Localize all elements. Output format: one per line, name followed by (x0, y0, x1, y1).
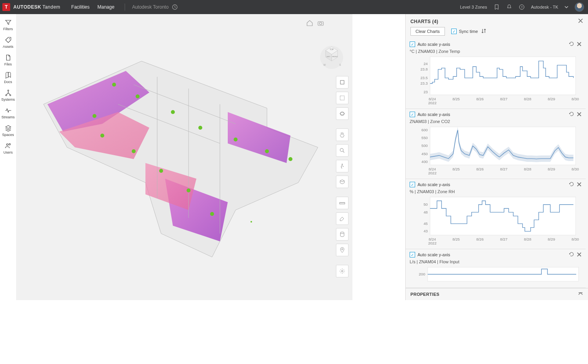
tool-select-window[interactable] (336, 92, 348, 104)
svg-text:8/26: 8/26 (476, 97, 484, 101)
charts-scroll-area[interactable]: ✓Auto scale y-axis°C | ZNAM03 | Zone Tem… (406, 39, 588, 288)
svg-text:?: ? (521, 5, 522, 9)
book-icon (5, 72, 12, 79)
clear-charts-button[interactable]: Clear Charts (410, 27, 445, 36)
expand-up-icon[interactable] (578, 291, 583, 297)
sidebar-item-label: Systems (1, 98, 15, 101)
close-icon[interactable] (577, 252, 582, 258)
autoscale-toggle[interactable]: ✓Auto scale y-axis (410, 42, 450, 47)
svg-text:8/28: 8/28 (524, 167, 532, 171)
reset-icon[interactable] (569, 181, 574, 188)
svg-point-4 (7, 90, 9, 91)
svg-text:FRONT: FRONT (332, 56, 338, 58)
svg-text:8/24: 8/24 (428, 167, 436, 171)
svg-text:8/29: 8/29 (548, 97, 555, 101)
tool-orbit[interactable] (336, 107, 348, 120)
reset-icon[interactable] (569, 41, 574, 47)
close-icon[interactable] (577, 182, 582, 188)
chart-card: ✓Auto scale y-axisZNAM03 | Zone CO240045… (406, 109, 586, 179)
svg-point-8 (9, 143, 10, 145)
sort-icon[interactable] (481, 28, 486, 34)
sidebar-item-assets[interactable]: Assets (0, 34, 16, 52)
bookmark-icon[interactable] (494, 4, 500, 10)
svg-text:23.8: 23.8 (420, 67, 428, 71)
svg-text:8/25: 8/25 (452, 167, 460, 171)
reset-icon[interactable] (569, 111, 574, 118)
chart-title: ZNAM03 | Zone CO2 (410, 119, 582, 124)
brand-main: AUTODESK (13, 4, 41, 10)
svg-point-49 (340, 112, 344, 115)
model-viewport[interactable]: TOP FRONT LEFT W S (16, 14, 352, 300)
tool-settings[interactable] (336, 265, 348, 277)
autoscale-label: Auto scale y-axis (417, 252, 450, 257)
properties-panel-header[interactable]: PROPERTIES (406, 288, 588, 300)
tool-levels[interactable] (336, 228, 348, 241)
autoscale-toggle[interactable]: ✓Auto scale y-axis (410, 252, 450, 257)
close-icon[interactable] (578, 18, 583, 25)
account-name[interactable]: Autodesk - TK (531, 5, 559, 9)
svg-point-32 (210, 212, 214, 216)
svg-text:8/28: 8/28 (524, 97, 532, 101)
svg-rect-71 (430, 127, 576, 165)
sync-time-toggle[interactable]: ✓ Sync time (451, 29, 478, 34)
avatar[interactable] (575, 2, 584, 12)
autoscale-toggle[interactable]: ✓Auto scale y-axis (410, 182, 450, 187)
svg-text:2022: 2022 (428, 171, 436, 175)
svg-text:8/26: 8/26 (476, 237, 484, 241)
file-icon (5, 54, 12, 61)
svg-text:8/28: 8/28 (524, 237, 532, 241)
home-icon[interactable] (306, 20, 313, 27)
checkbox-checked-icon: ✓ (410, 252, 415, 257)
svg-point-31 (187, 188, 191, 192)
app-logo-icon: T (2, 3, 10, 11)
viewcube[interactable]: TOP FRONT LEFT W S (318, 38, 345, 69)
sidebar-item-spaces[interactable]: Spaces (0, 122, 16, 140)
sidebar-item-docs[interactable]: Docs (0, 69, 16, 87)
checkbox-checked-icon: ✓ (410, 112, 415, 117)
svg-text:S: S (339, 63, 341, 66)
tool-appearance[interactable] (336, 212, 348, 225)
tool-pan[interactable] (336, 129, 348, 141)
svg-text:43: 43 (423, 229, 428, 233)
sidebar-item-filters[interactable]: Filters (0, 16, 16, 34)
sidebar-item-systems[interactable]: Systems (0, 87, 16, 105)
tool-section[interactable] (336, 176, 348, 188)
nav-manage[interactable]: Manage (98, 4, 114, 10)
sidebar-item-streams[interactable]: Streams (0, 105, 16, 122)
nav-facilities[interactable]: Facilities (71, 4, 90, 10)
app-header: T AUTODESKTandem Facilities Manage Autod… (0, 0, 588, 14)
camera-icon[interactable] (317, 20, 324, 27)
chart-plot[interactable]: 200 (410, 265, 582, 284)
app-brand: AUTODESKTandem (13, 4, 60, 10)
svg-text:TOP: TOP (330, 49, 334, 51)
close-icon[interactable] (577, 42, 582, 47)
facility-selector[interactable]: Autodesk Toronto (132, 4, 178, 10)
svg-text:8/27: 8/27 (500, 237, 508, 241)
svg-text:2022: 2022 (428, 101, 436, 105)
svg-point-26 (198, 126, 202, 130)
svg-text:8/25: 8/25 (452, 97, 460, 101)
chart-plot[interactable]: 434548508/2420228/258/268/278/288/298/30 (410, 195, 582, 246)
header-divider (125, 4, 125, 11)
breadcrumb-view[interactable]: Level 3 Zones (460, 5, 487, 9)
tool-walk[interactable] (336, 160, 348, 172)
tool-zoom[interactable] (336, 144, 348, 157)
tool-location[interactable] (336, 244, 348, 256)
pulse-icon (5, 107, 12, 114)
autoscale-toggle[interactable]: ✓Auto scale y-axis (410, 112, 450, 117)
sidebar-item-users[interactable]: Users (0, 140, 16, 158)
help-icon[interactable]: ? (519, 4, 525, 10)
svg-point-37 (319, 22, 322, 25)
tool-select-box[interactable] (336, 76, 348, 89)
sidebar-item-label: Assets (3, 45, 13, 49)
chart-plot[interactable]: 2323.323.523.8248/2420228/258/268/278/28… (410, 54, 582, 105)
sidebar-item-files[interactable]: Files (0, 52, 16, 69)
chart-plot[interactable]: 4004505005506008/2420228/258/268/278/288… (410, 125, 582, 176)
close-icon[interactable] (577, 112, 582, 118)
bell-icon[interactable] (506, 4, 512, 10)
reset-icon[interactable] (569, 252, 574, 258)
tool-measure[interactable] (336, 197, 348, 209)
sync-time-label: Sync time (459, 29, 478, 34)
chevron-down-icon[interactable] (564, 5, 568, 9)
sidebar-item-label: Files (4, 62, 12, 66)
